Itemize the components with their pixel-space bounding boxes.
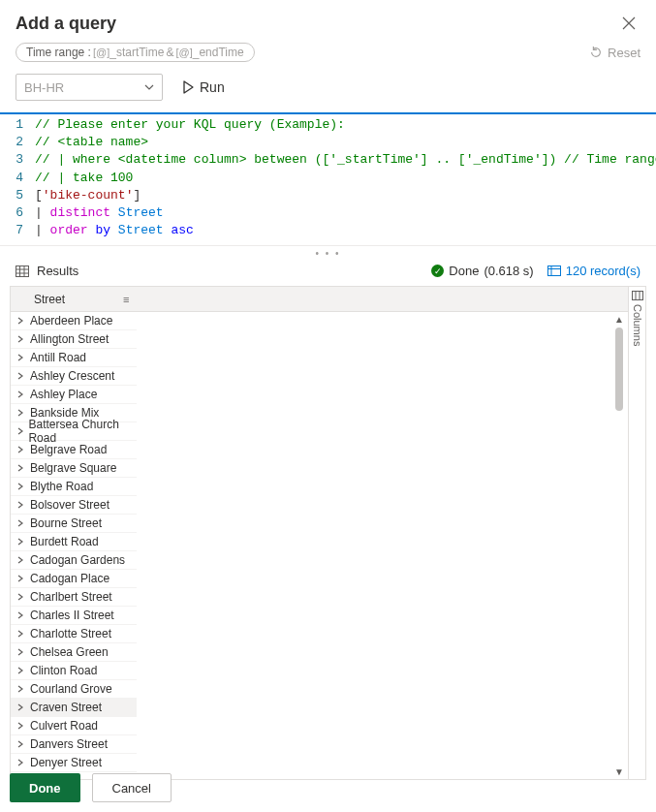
table-row[interactable]: Battersea Church Road	[11, 422, 137, 441]
columns-panel-toggle[interactable]: Columns	[628, 287, 645, 779]
reset-icon	[589, 46, 603, 59]
scroll-thumb[interactable]	[615, 328, 623, 411]
expand-icon[interactable]	[16, 390, 30, 398]
table-row[interactable]: Clinton Road	[11, 662, 137, 680]
code-line[interactable]: // | take 100	[35, 170, 133, 187]
expand-icon[interactable]	[16, 740, 30, 748]
expand-icon[interactable]	[16, 648, 30, 656]
expand-icon[interactable]	[16, 575, 30, 582]
expand-icon[interactable]	[16, 667, 30, 674]
record-count-text: 120 record(s)	[566, 264, 640, 278]
cell-street: Bourne Street	[30, 516, 102, 530]
cell-street: Cadogan Gardens	[30, 553, 125, 567]
cell-street: Clinton Road	[30, 664, 97, 677]
run-label: Run	[200, 79, 225, 95]
grid-header[interactable]: Street ≡	[11, 287, 628, 312]
table-row[interactable]: Bourne Street	[11, 515, 137, 533]
expand-icon[interactable]	[16, 703, 30, 711]
cell-street: Culvert Road	[30, 719, 98, 733]
table-row[interactable]: Charles II Street	[11, 607, 137, 625]
gutter-line: 2	[0, 134, 35, 151]
expand-icon[interactable]	[16, 354, 30, 361]
table-row[interactable]: Allington Street	[11, 330, 137, 349]
expand-icon[interactable]	[16, 722, 30, 730]
expand-icon[interactable]	[16, 317, 30, 325]
resize-handle[interactable]: • • •	[0, 246, 656, 260]
cell-street: Antill Road	[30, 351, 86, 364]
cancel-button[interactable]: Cancel	[92, 773, 172, 802]
time-range-pill[interactable]: Time range : [@]_startTime & [@]_endTime	[16, 43, 255, 62]
table-row[interactable]: Denyer Street	[11, 754, 137, 772]
table-row[interactable]: Charlbert Street	[11, 588, 137, 607]
expand-icon[interactable]	[16, 630, 30, 638]
cell-street: Denyer Street	[30, 756, 102, 769]
scrollbar[interactable]: ▲ ▼	[611, 312, 627, 779]
table-icon	[16, 265, 29, 277]
table-row[interactable]: Danvers Street	[11, 735, 137, 754]
cell-street: Craven Street	[30, 701, 102, 714]
expand-icon[interactable]	[16, 519, 30, 527]
column-header-street[interactable]: Street	[34, 293, 65, 306]
expand-icon[interactable]	[16, 593, 30, 601]
table-row[interactable]: Craven Street	[11, 699, 137, 717]
table-row[interactable]: Bolsover Street	[11, 496, 137, 515]
columns-tab-label: Columns	[632, 304, 643, 346]
table-row[interactable]: Charlotte Street	[11, 625, 137, 643]
expand-icon[interactable]	[16, 335, 30, 343]
expand-icon[interactable]	[16, 611, 30, 619]
expand-icon[interactable]	[16, 483, 30, 490]
expand-icon[interactable]	[16, 538, 30, 546]
code-line[interactable]: // <table name>	[35, 134, 148, 151]
code-line[interactable]: // Please enter your KQL query (Example)…	[35, 116, 345, 134]
table-row[interactable]: Aberdeen Place	[11, 312, 137, 330]
column-menu-icon[interactable]: ≡	[123, 294, 129, 305]
table-row[interactable]: Chelsea Green	[11, 643, 137, 662]
expand-icon[interactable]	[16, 409, 30, 417]
time-range-label: Time range :	[26, 46, 91, 59]
results-grid: Street ≡ Aberdeen PlaceAllington StreetA…	[10, 286, 646, 780]
cell-street: Cadogan Place	[30, 572, 109, 585]
svg-rect-0	[16, 265, 29, 276]
table-row[interactable]: Culvert Road	[11, 717, 137, 735]
expand-icon[interactable]	[16, 556, 30, 564]
table-row[interactable]: Cadogan Place	[11, 570, 137, 588]
time-range-amp: &	[166, 46, 173, 59]
scroll-up-arrow[interactable]: ▲	[614, 312, 624, 327]
code-line[interactable]: // | where <datetime column> between (['…	[35, 151, 656, 169]
table-row[interactable]: Ashley Place	[11, 386, 137, 404]
close-icon	[622, 16, 636, 30]
cell-street: Ashley Crescent	[30, 369, 114, 383]
code-line[interactable]: ['bike-count']	[35, 187, 141, 204]
expand-icon[interactable]	[16, 372, 30, 380]
query-editor[interactable]: 1// Please enter your KQL query (Example…	[0, 112, 656, 246]
table-row[interactable]: Blythe Road	[11, 478, 137, 496]
expand-icon[interactable]	[16, 427, 28, 435]
table-row[interactable]: Burdett Road	[11, 533, 137, 551]
database-dropdown[interactable]: BH-HR	[16, 74, 163, 101]
expand-icon[interactable]	[16, 501, 30, 509]
code-line[interactable]: | distinct Street	[35, 204, 164, 222]
expand-icon[interactable]	[16, 446, 30, 453]
table-row[interactable]: Belgrave Square	[11, 459, 137, 478]
expand-icon[interactable]	[16, 685, 30, 693]
reset-button[interactable]: Reset	[589, 46, 640, 60]
code-line[interactable]: | order by Street asc	[35, 222, 194, 239]
page-title: Add a query	[16, 14, 116, 34]
run-button[interactable]: Run	[182, 79, 225, 95]
table-row[interactable]: Antill Road	[11, 349, 137, 367]
gutter-line: 6	[0, 204, 35, 222]
record-count[interactable]: 120 record(s)	[547, 264, 640, 278]
done-label: Done	[449, 264, 479, 278]
expand-icon[interactable]	[16, 759, 30, 766]
end-time-var: _endTime	[193, 46, 244, 59]
done-button[interactable]: Done	[10, 773, 80, 802]
table-row[interactable]: Ashley Crescent	[11, 367, 137, 386]
scroll-down-arrow[interactable]: ▼	[614, 765, 624, 779]
table-row[interactable]: Cadogan Gardens	[11, 551, 137, 570]
table-row[interactable]: Courland Grove	[11, 680, 137, 699]
gutter-line: 5	[0, 187, 35, 204]
cell-street: Belgrave Square	[30, 461, 116, 475]
expand-icon[interactable]	[16, 464, 30, 472]
close-button[interactable]	[617, 12, 640, 35]
cell-street: Blythe Road	[30, 480, 93, 493]
